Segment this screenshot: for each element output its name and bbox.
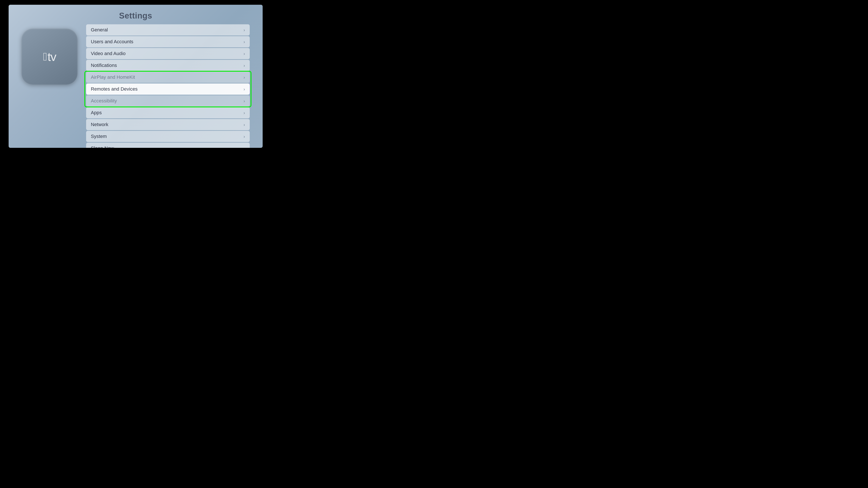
- settings-item-general[interactable]: General›: [86, 24, 250, 35]
- settings-item-apps[interactable]: Apps›: [86, 107, 250, 118]
- tv-screen: Settings  tv General›Users and Accounts…: [9, 5, 262, 148]
- item-label-apps: Apps: [91, 110, 102, 116]
- settings-item-users-and-accounts[interactable]: Users and Accounts›: [86, 36, 250, 47]
- settings-list: General›Users and Accounts›Video and Aud…: [86, 24, 250, 148]
- settings-item-notifications[interactable]: Notifications›: [86, 60, 250, 71]
- chevron-icon-notifications: ›: [244, 63, 245, 68]
- item-label-video-and-audio: Video and Audio: [91, 51, 125, 56]
- content-area:  tv General›Users and Accounts›Video an…: [9, 24, 262, 148]
- settings-item-video-and-audio[interactable]: Video and Audio›: [86, 48, 250, 59]
- item-label-users-and-accounts: Users and Accounts: [91, 39, 133, 44]
- chevron-icon-video-and-audio: ›: [244, 51, 245, 56]
- settings-item-system[interactable]: System›: [86, 131, 250, 142]
- chevron-icon-system: ›: [244, 134, 245, 139]
- chevron-icon-general: ›: [244, 28, 245, 32]
- settings-item-accessibility[interactable]: Accessibility›: [86, 95, 250, 106]
- item-label-system: System: [91, 134, 107, 139]
- item-label-network: Network: [91, 122, 108, 127]
- item-label-airplay-and-homekit: AirPlay and HomeKit: [91, 74, 135, 80]
- item-label-sleep-now: Sleep Now: [91, 145, 114, 148]
- chevron-icon-users-and-accounts: ›: [244, 39, 245, 44]
- item-label-notifications: Notifications: [91, 63, 117, 68]
- chevron-icon-sleep-now: ›: [244, 146, 245, 148]
- item-label-remotes-and-devices: Remotes and Devices: [91, 86, 137, 92]
- item-label-general: General: [91, 27, 108, 33]
- settings-item-network[interactable]: Network›: [86, 119, 250, 130]
- apple-tv-logo:  tv: [22, 29, 78, 85]
- apple-tv-logo-text:  tv: [43, 50, 56, 64]
- page-title: Settings: [119, 11, 152, 21]
- tv-text: tv: [48, 50, 56, 64]
- chevron-icon-apps: ›: [244, 110, 245, 115]
- settings-item-airplay-and-homekit[interactable]: AirPlay and HomeKit›: [86, 72, 250, 83]
- chevron-icon-network: ›: [244, 122, 245, 127]
- chevron-icon-airplay-and-homekit: ›: [244, 75, 245, 80]
- apple-icon: : [43, 50, 47, 63]
- item-label-accessibility: Accessibility: [91, 98, 117, 104]
- settings-item-remotes-and-devices[interactable]: Remotes and Devices›: [86, 84, 250, 95]
- chevron-icon-accessibility: ›: [244, 99, 245, 103]
- settings-item-sleep-now[interactable]: Sleep Now›: [86, 143, 250, 148]
- chevron-icon-remotes-and-devices: ›: [244, 87, 245, 92]
